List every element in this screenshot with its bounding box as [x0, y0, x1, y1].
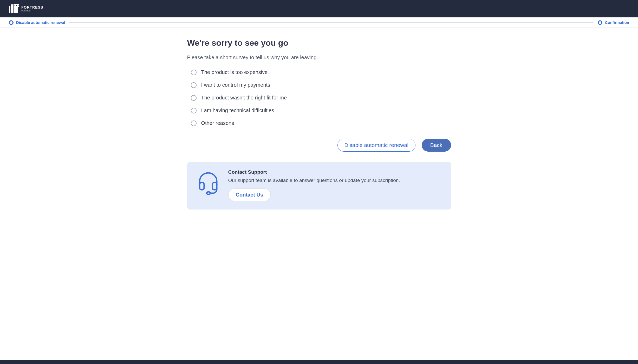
svg-point-5 — [207, 192, 210, 194]
svg-rect-1 — [11, 4, 13, 13]
radio-icon — [191, 120, 197, 126]
headset-icon — [198, 170, 219, 196]
option-label: I am having technical difficulties — [201, 107, 274, 113]
survey-option-not-right-fit[interactable]: The product wasn't the right fit for me — [191, 95, 451, 101]
radio-icon — [191, 82, 197, 88]
survey-options: The product is too expensive I want to c… — [187, 69, 451, 126]
svg-rect-3 — [16, 5, 17, 6]
app-header: FORTRESS defense — [0, 0, 638, 17]
radio-icon — [191, 108, 197, 113]
back-button[interactable]: Back — [422, 139, 451, 152]
page-subtitle: Please take a short survey to tell us wh… — [187, 55, 451, 60]
svg-rect-0 — [9, 6, 10, 13]
radio-icon — [191, 70, 197, 75]
support-title: Contact Support — [228, 169, 400, 175]
survey-option-technical-difficulties[interactable]: I am having technical difficulties — [191, 107, 451, 113]
app-footer — [0, 360, 638, 364]
support-text: Our support team is available to answer … — [228, 178, 400, 183]
survey-option-expensive[interactable]: The product is too expensive — [191, 69, 451, 75]
option-label: I want to control my payments — [201, 82, 270, 88]
svg-rect-4 — [18, 5, 18, 6]
radio-icon — [191, 95, 197, 101]
support-panel: Contact Support Our support team is avai… — [187, 162, 451, 210]
progress-dot-icon — [9, 20, 14, 25]
main-content: We're sorry to see you go Please take a … — [0, 28, 638, 360]
page-title: We're sorry to see you go — [187, 38, 451, 48]
contact-us-button[interactable]: Contact Us — [228, 188, 271, 201]
survey-option-control-payments[interactable]: I want to control my payments — [191, 82, 451, 88]
svg-rect-2 — [15, 5, 15, 6]
brand-logo: FORTRESS defense — [9, 4, 43, 14]
option-label: The product is too expensive — [201, 69, 268, 75]
progress-dot-icon — [598, 20, 602, 25]
brand-sub: defense — [21, 10, 43, 12]
survey-option-other[interactable]: Other reasons — [191, 120, 451, 126]
option-label: The product wasn't the right fit for me — [201, 95, 287, 101]
progress-step-label: Disable automatic renewal — [16, 20, 65, 25]
option-label: Other reasons — [201, 120, 234, 126]
fortress-icon — [9, 4, 19, 14]
brand-name: FORTRESS — [21, 5, 43, 9]
progress-line — [69, 22, 593, 23]
brand-text: FORTRESS defense — [21, 5, 43, 12]
disable-automatic-renewal-button[interactable]: Disable automatic renewal — [337, 139, 415, 152]
progress-step-label: Confirmation — [605, 20, 629, 25]
progress-step-confirmation: Confirmation — [598, 20, 629, 25]
progress-bar: Disable automatic renewal Confirmation — [0, 17, 638, 28]
action-row: Disable automatic renewal Back — [187, 139, 451, 152]
progress-step-disable: Disable automatic renewal — [9, 20, 65, 25]
